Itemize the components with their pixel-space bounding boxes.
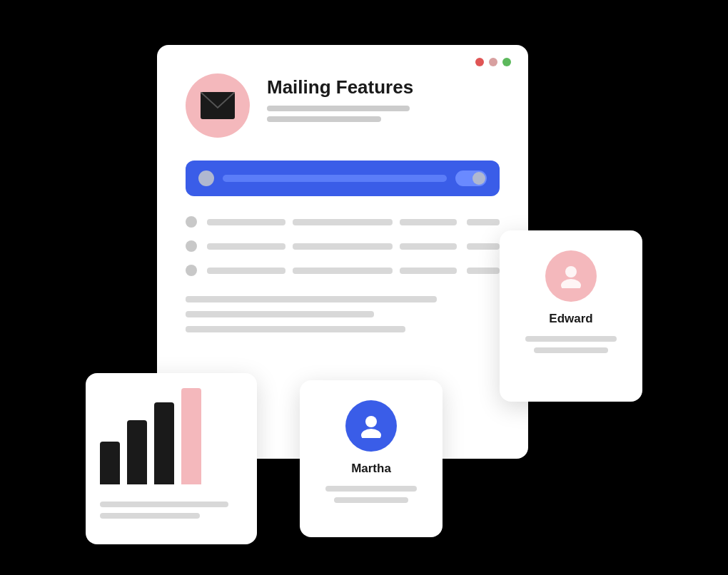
content-line — [186, 311, 374, 317]
page-title: Mailing Features — [267, 76, 413, 98]
bar-1 — [100, 442, 120, 484]
row-line-end — [467, 219, 500, 225]
list-rows — [186, 216, 500, 276]
main-card-title: Mailing Features — [267, 73, 413, 127]
search-dot — [198, 171, 214, 186]
bottom-content — [186, 296, 500, 332]
table-row — [186, 240, 500, 252]
chart-label-line — [100, 513, 200, 519]
bar-2 — [127, 420, 147, 484]
main-card-header: Mailing Features — [186, 73, 500, 138]
row-bullet — [186, 265, 197, 276]
row-content — [207, 268, 457, 274]
toggle-switch[interactable] — [455, 171, 487, 186]
edward-name: Edward — [549, 312, 592, 326]
row-line — [400, 268, 457, 274]
svg-point-2 — [361, 429, 381, 438]
row-line-end — [467, 268, 500, 274]
row-line — [207, 268, 285, 274]
row-line — [400, 243, 457, 250]
toggle-knob — [472, 172, 485, 185]
row-line — [293, 268, 393, 274]
chart-labels — [100, 502, 243, 519]
row-line — [207, 219, 285, 225]
dot-red — [475, 58, 484, 66]
content-line — [186, 326, 405, 332]
mail-icon — [201, 92, 235, 119]
row-content — [207, 243, 457, 250]
dot-yellow — [489, 58, 497, 66]
row-line — [400, 219, 457, 225]
person-icon — [359, 414, 383, 438]
row-line — [293, 219, 393, 225]
person-icon — [559, 264, 583, 288]
row-bullet — [186, 216, 197, 228]
chart-label-line — [100, 502, 228, 507]
profile-line — [525, 336, 617, 342]
title-line-2 — [267, 116, 381, 122]
svg-point-4 — [561, 279, 581, 288]
martha-card: Martha — [300, 380, 443, 537]
row-line — [293, 243, 393, 250]
table-row — [186, 216, 500, 228]
content-line — [186, 296, 437, 302]
dot-green — [502, 58, 511, 66]
profile-line — [334, 497, 408, 503]
search-bar[interactable] — [186, 161, 500, 196]
martha-avatar — [345, 400, 397, 452]
edward-lines — [514, 336, 628, 353]
bar-4 — [181, 388, 201, 484]
row-bullet — [186, 240, 197, 252]
edward-avatar — [545, 250, 597, 302]
table-row — [186, 265, 500, 276]
profile-line — [325, 486, 417, 492]
window-dots — [475, 58, 511, 66]
chart-area — [100, 390, 243, 490]
bar-3 — [154, 402, 174, 484]
profile-line — [534, 347, 608, 353]
title-line-1 — [267, 106, 410, 111]
row-line — [207, 243, 285, 250]
svg-point-1 — [365, 416, 377, 427]
svg-point-3 — [565, 266, 577, 278]
edward-card: Edward — [500, 230, 642, 402]
martha-lines — [314, 486, 428, 503]
search-input-bar — [223, 175, 447, 182]
row-line-end — [467, 243, 500, 250]
mail-avatar — [186, 73, 250, 138]
row-content — [207, 219, 457, 225]
chart-card — [86, 373, 257, 544]
martha-name: Martha — [351, 462, 391, 476]
scene: Mailing Features — [86, 31, 642, 544]
